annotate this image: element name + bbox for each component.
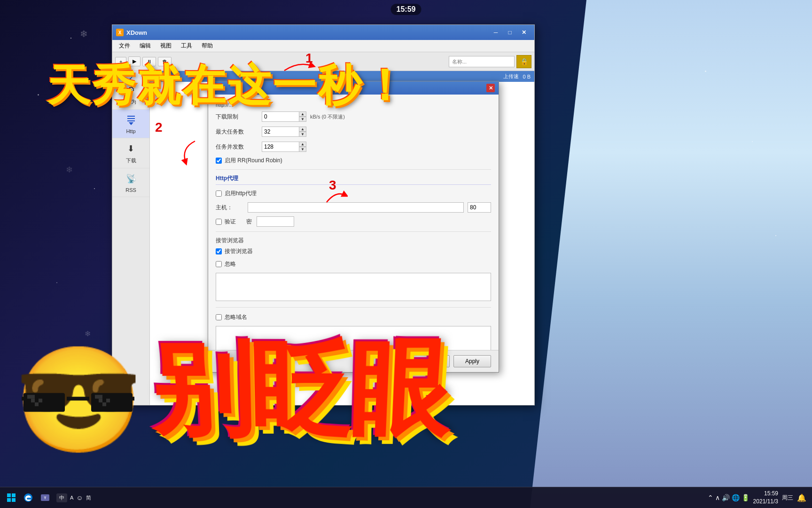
concurrent-tasks-down[interactable]: ▼ — [299, 147, 306, 152]
snowflake-4: ❄ — [85, 329, 91, 338]
proxy-auth-row: 验证 密 — [216, 216, 491, 227]
pixel-sunglasses-icon — [22, 385, 134, 416]
taskbar: T 中 A ☺ 简 ⌃ ∧ 🔊 🌐 🔋 15:59 2021/11/3 周三 🔔 — [0, 487, 812, 508]
svg-rect-15 — [99, 399, 102, 403]
dialog-close-button[interactable]: ✕ — [486, 84, 495, 92]
browser-section-title: 接管浏览器 — [216, 237, 491, 245]
concurrent-tasks-spinner: ▲ ▼ — [262, 142, 306, 152]
maximize-button[interactable]: □ — [503, 27, 516, 38]
browser-section: 接管浏览器 接管浏览器 忽略 — [216, 237, 491, 302]
rr-label: 启用 RR(Round Robin) — [225, 157, 282, 165]
proxy-pass-input[interactable] — [257, 216, 294, 227]
sidebar-item-download[interactable]: ⬇ 下载 — [112, 138, 149, 168]
max-tasks-row: 最大任务数 ▲ ▼ — [216, 127, 491, 137]
browser-label-1: 接管浏览器 — [225, 247, 253, 255]
overlay-top-text: 天秀就在这一秒！ — [47, 56, 408, 115]
taskbar-time: 15:59 2021/11/3 — [753, 490, 778, 506]
search-input[interactable] — [449, 56, 515, 67]
proxy-section: Http代理 启用http代理 主机： 验证 密 — [216, 175, 491, 227]
taskbar-right: ⌃ ∧ 🔊 🌐 🔋 15:59 2021/11/3 周三 🔔 — [702, 490, 812, 506]
svg-rect-19 — [131, 397, 134, 401]
start-button[interactable] — [4, 490, 19, 505]
lock-button[interactable]: 🔒 — [516, 55, 531, 68]
svg-marker-6 — [129, 122, 133, 125]
window-titlebar[interactable]: X XDown ─ □ ✕ — [112, 25, 534, 40]
notification-bell[interactable]: 🔔 — [797, 493, 806, 502]
window-controls: ─ □ ✕ — [489, 27, 531, 38]
time-display: 15:59 — [753, 490, 778, 498]
sidebar-label-rss: RSS — [125, 187, 136, 193]
section-divider-1 — [216, 169, 491, 170]
overlay-main-text: 别眨眼 — [145, 319, 451, 459]
svg-rect-21 — [12, 493, 16, 497]
concurrent-tasks-label: 任务并发数 — [216, 143, 258, 151]
max-tasks-up[interactable]: ▲ — [299, 127, 306, 132]
number-badge-2: 2 — [155, 120, 163, 135]
system-tray-icons: ⌃ ∧ 🔊 🌐 🔋 — [708, 494, 750, 501]
ime-mode: A — [70, 495, 73, 500]
dialog-body: http://... 下载限制 ▲ ▼ kB/s (0 不限速) 最大任务数 ▲… — [208, 95, 499, 350]
sidebar-item-rss[interactable]: 📡 RSS — [112, 168, 149, 197]
app-icon: X — [116, 29, 124, 36]
top-time-display: 15:59 — [391, 4, 422, 15]
minimize-button[interactable]: ─ — [489, 27, 502, 38]
proxy-user-label: 密 — [246, 218, 252, 226]
max-tasks-input[interactable] — [262, 127, 299, 137]
proxy-port-input[interactable] — [468, 202, 491, 213]
snowflake-1: ❄ — [80, 28, 88, 40]
svg-rect-5 — [127, 120, 135, 121]
taskbar-systray: 中 A ☺ 简 — [56, 493, 91, 502]
concurrent-tasks-up[interactable]: ▲ — [299, 142, 306, 147]
http-icon — [125, 113, 138, 127]
download-limit-down[interactable]: ▼ — [299, 117, 306, 122]
proxy-auth-label: 验证 — [225, 218, 236, 226]
menu-file[interactable]: 文件 — [114, 41, 135, 51]
proxy-section-title: Http代理 — [216, 175, 491, 185]
max-tasks-label: 最大任务数 — [216, 128, 258, 136]
menu-tools[interactable]: 工具 — [176, 41, 197, 51]
taskbar-chat-icon[interactable]: T — [38, 490, 53, 505]
svg-rect-20 — [7, 493, 11, 497]
browser-checkbox-2[interactable] — [216, 261, 222, 267]
browser-text-area[interactable] — [216, 273, 491, 301]
browser-checkbox-1[interactable] — [216, 248, 222, 254]
taskbar-edge-icon[interactable] — [21, 490, 36, 505]
day-display: 周三 — [782, 494, 793, 502]
menu-edit[interactable]: 编辑 — [135, 41, 156, 51]
rr-checkbox[interactable] — [216, 158, 222, 164]
svg-rect-3 — [127, 116, 135, 117]
svg-rect-10 — [27, 395, 35, 399]
max-tasks-down[interactable]: ▼ — [299, 132, 306, 137]
window-title: XDown — [126, 29, 147, 36]
menu-help[interactable]: 帮助 — [197, 41, 218, 51]
upload-speed-label: 上传速 — [503, 73, 519, 80]
max-tasks-spinner: ▲ ▼ — [262, 127, 306, 137]
content-header-right: 上传速 0 B — [503, 73, 531, 80]
menu-view[interactable]: 视图 — [156, 41, 176, 51]
window-menubar: 文件 编辑 视图 工具 帮助 — [112, 40, 534, 52]
enable-proxy-checkbox[interactable] — [216, 190, 222, 197]
sidebar-label-http: Http — [126, 128, 135, 134]
enable-proxy-row: 启用http代理 — [216, 190, 491, 198]
svg-rect-13 — [35, 403, 39, 406]
svg-rect-16 — [102, 403, 106, 406]
ime-indicator[interactable]: 中 — [56, 493, 67, 502]
section-divider-3 — [216, 307, 491, 308]
date-display: 2021/11/3 — [753, 498, 778, 506]
sidebar-label-download: 下载 — [126, 157, 136, 164]
proxy-auth-checkbox[interactable] — [216, 219, 222, 225]
proxy-host-label: 主机： — [216, 204, 244, 212]
ime-lang: 简 — [86, 494, 91, 501]
proxy-host-input[interactable] — [248, 202, 464, 213]
svg-rect-12 — [31, 399, 35, 403]
proxy-host-row: 主机： — [216, 202, 491, 213]
apply-button[interactable]: Apply — [453, 355, 491, 367]
svg-rect-7 — [67, 397, 89, 401]
ime-emoji: ☺ — [76, 494, 83, 501]
svg-rect-18 — [22, 397, 25, 401]
close-button[interactable]: ✕ — [517, 27, 531, 38]
snowflake-3: ❄ — [66, 165, 73, 175]
browser-check2-row: 忽略 — [216, 260, 491, 268]
concurrent-tasks-input[interactable] — [262, 142, 299, 152]
concurrent-tasks-row: 任务并发数 ▲ ▼ — [216, 142, 491, 152]
